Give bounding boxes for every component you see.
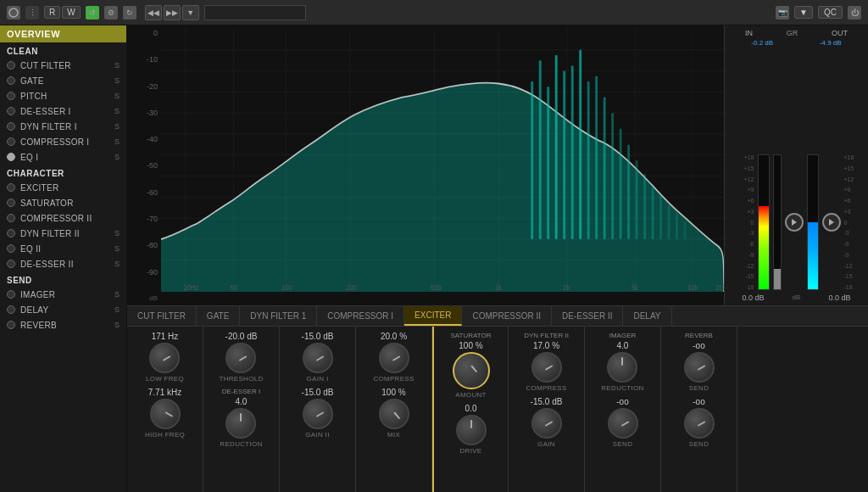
compressor-ii-section: DYN FILTER II 17.0 % COMPRESS -15.0 dB G… — [509, 327, 585, 492]
svg-rect-30 — [604, 98, 606, 239]
sidebar-item-eq-i[interactable]: EQ I S — [0, 149, 126, 165]
sidebar-item-compressor-i[interactable]: COMPRESSOR I S — [0, 134, 126, 149]
sidebar-item-dyn-filter-i[interactable]: DYN FILTER I S — [0, 119, 126, 134]
tab-gate[interactable]: GATE — [197, 306, 240, 326]
gain-ii-label: GAIN II — [305, 431, 329, 439]
sidebar-item-reverb[interactable]: REVERB S — [0, 317, 126, 333]
sidebar-item-imager[interactable]: IMAGER S — [0, 287, 126, 302]
svg-marker-51 — [792, 219, 797, 226]
r-button[interactable]: R — [44, 6, 60, 19]
gain-ii-param: -15.0 dB GAIN II — [302, 388, 334, 439]
section-send-title: SEND — [0, 271, 126, 287]
send-reverb-knob[interactable] — [684, 408, 715, 439]
sidebar-item-pitch[interactable]: PITCH S — [0, 88, 126, 103]
reduction-de-knob[interactable] — [607, 352, 637, 383]
rw-buttons: R W — [44, 6, 81, 19]
compress-label: COMPRESS — [373, 375, 414, 383]
sidebar-item-dyn-filter-ii[interactable]: DYN FILTER II S — [0, 226, 126, 241]
send-imager-label: SEND — [613, 440, 632, 448]
gate-section: -20.0 dB THRESHOLD DE-ESSER I 4.0 REDUCT… — [203, 327, 280, 492]
dropdown-arrow[interactable]: ▼ — [794, 6, 813, 19]
svg-rect-33 — [627, 144, 630, 239]
gain-i-knob[interactable] — [303, 343, 333, 373]
sidebar-dot — [7, 321, 15, 329]
high-freq-label: HIGH FREQ — [145, 431, 185, 439]
sidebar-dot — [7, 290, 15, 299]
tab-delay[interactable]: DELAY — [623, 306, 671, 326]
send-delay-knob[interactable] — [684, 352, 715, 383]
screenshot-icon[interactable]: 📷 — [776, 6, 789, 20]
compress-knob[interactable] — [379, 343, 409, 373]
menu-icon[interactable]: ⋮ — [25, 6, 39, 20]
amount-knob[interactable] — [453, 352, 490, 389]
tab-label: EXCITER — [415, 310, 451, 320]
sidebar-item-compressor-ii[interactable]: COMPRESSOR II — [0, 210, 126, 226]
svg-text:1k: 1k — [495, 282, 503, 292]
svg-text:20k: 20k — [716, 282, 724, 292]
low-freq-knob[interactable] — [149, 343, 180, 373]
out-play-button[interactable] — [822, 213, 841, 232]
tab-compressor-i[interactable]: COMPRESSOR I — [317, 306, 404, 326]
send-imager-param: -oo SEND — [608, 397, 638, 448]
settings-icon[interactable]: ⚙ — [104, 6, 118, 20]
sidebar-s: S — [114, 153, 120, 161]
qc-button[interactable]: QC — [818, 6, 843, 19]
sidebar-label: REVERB — [20, 321, 113, 330]
in-play-button[interactable] — [785, 213, 804, 232]
svg-text:500: 500 — [431, 282, 442, 292]
sidebar-s: S — [114, 122, 120, 131]
sidebar-item-gate[interactable]: GATE S — [0, 73, 126, 88]
threshold-label: THRESHOLD — [219, 375, 263, 383]
sidebar-item-de-esser-ii[interactable]: DE-ESSER II S — [0, 256, 126, 271]
threshold-knob[interactable] — [225, 343, 256, 373]
forward-button[interactable]: ▶▶ — [164, 5, 181, 20]
svg-text:50: 50 — [231, 282, 238, 292]
sidebar-item-exciter[interactable]: EXCITER — [0, 180, 126, 195]
gain-dyn-knob[interactable] — [531, 408, 562, 439]
sidebar-item-de-esser-i[interactable]: DE-ESSER I S — [0, 103, 126, 119]
sidebar-item-saturator[interactable]: SATURATOR — [0, 195, 126, 210]
sidebar-item-cut-filter[interactable]: CUT FILTER S — [0, 58, 126, 73]
mix-knob[interactable] — [379, 399, 409, 429]
tab-dyn-filter-1[interactable]: DYN FILTER 1 — [240, 306, 317, 326]
sync-icon[interactable]: ↻ — [123, 6, 136, 20]
sidebar-item-delay[interactable]: DELAY S — [0, 302, 126, 317]
tab-exciter[interactable]: EXCITER — [404, 306, 462, 326]
tab-label: COMPRESSOR I — [327, 311, 393, 321]
sidebar-item-eq-ii[interactable]: EQ II S — [0, 241, 126, 256]
tab-cut-filter[interactable]: CUT FILTER — [127, 306, 197, 326]
gr-label: GR — [787, 29, 798, 37]
sidebar-s: S — [114, 76, 120, 85]
svg-rect-22 — [539, 60, 542, 239]
drive-knob[interactable] — [456, 415, 487, 445]
sidebar-dot — [7, 260, 15, 268]
gain-ii-knob[interactable] — [303, 399, 333, 429]
tab-de-esser-ii[interactable]: DE-ESSER II — [552, 306, 623, 326]
dropdown-button[interactable]: ▼ — [182, 5, 199, 20]
sidebar-dot — [7, 244, 15, 253]
high-freq-knob[interactable] — [150, 399, 181, 429]
position-input[interactable] — [204, 5, 306, 20]
drive-value: 0.0 — [465, 404, 477, 413]
de-esser-reduction-knob[interactable] — [225, 408, 256, 439]
compress-ii-label: COMPRESS — [526, 384, 566, 392]
imager-sublabel: IMAGER — [609, 332, 637, 339]
sidebar-label: CUT FILTER — [20, 61, 113, 70]
compress-ii-knob[interactable] — [531, 352, 562, 383]
overview-label[interactable]: OVERVIEW — [0, 25, 126, 42]
tab-label: GATE — [207, 311, 229, 321]
compress-ii-value: 17.0 % — [533, 341, 559, 350]
rewind-button[interactable]: ◀◀ — [145, 5, 162, 20]
loop-icon[interactable]: ↺ — [86, 6, 99, 20]
sidebar-dot — [7, 76, 15, 85]
gr-meter-bar — [773, 154, 782, 290]
power-icon[interactable]: ⏻ — [848, 6, 861, 20]
out-meter-bar — [807, 154, 819, 290]
mix-value: 100 % — [381, 388, 405, 397]
db-label: -40 — [127, 135, 158, 143]
w-button[interactable]: W — [62, 6, 80, 19]
tab-compressor-ii[interactable]: COMPRESSOR II — [462, 306, 552, 326]
send-imager-knob[interactable] — [608, 408, 638, 439]
drive-param: 0.0 DRIVE — [456, 404, 487, 455]
app-icon — [7, 6, 20, 20]
